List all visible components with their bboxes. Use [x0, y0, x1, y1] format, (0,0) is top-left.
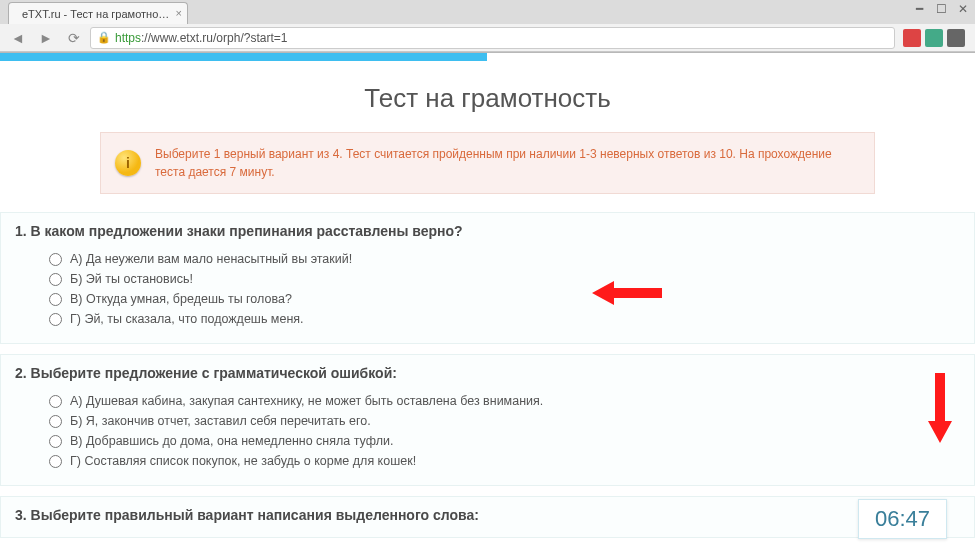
answer-option[interactable]: Г) Эй, ты сказала, что подождешь меня. — [49, 309, 960, 329]
answer-option[interactable]: А) Душевая кабина, закупая сантехнику, н… — [49, 391, 960, 411]
answer-list: А) Да неужели вам мало ненасытный вы эта… — [15, 249, 960, 329]
window-close-icon[interactable]: ✕ — [955, 2, 971, 16]
answer-option[interactable]: Б) Эй ты остановись! — [49, 269, 960, 289]
answer-text: Г) Эй, ты сказала, что подождешь меня. — [70, 312, 304, 326]
tab-close-icon[interactable]: × — [176, 7, 182, 19]
question-title: 2. Выберите предложение с грамматической… — [15, 365, 960, 381]
progress-bar — [0, 53, 487, 61]
timer: 06:47 — [858, 499, 947, 539]
url-input[interactable]: 🔒 https://www.etxt.ru/orph/?start=1 — [90, 27, 895, 49]
page-title: Тест на грамотность — [0, 83, 975, 114]
radio-input[interactable] — [49, 455, 62, 468]
answer-option[interactable]: В) Добравшись до дома, она немедленно сн… — [49, 431, 960, 451]
extension-icon[interactable] — [903, 29, 921, 47]
question-block: 3. Выберите правильный вариант написания… — [0, 496, 975, 538]
question-block: 1. В каком предложении знаки препинания … — [0, 212, 975, 344]
answer-text: Г) Составляя список покупок, не забудь о… — [70, 454, 416, 468]
answer-list: А) Душевая кабина, закупая сантехнику, н… — [15, 391, 960, 471]
browser-chrome: ━ ☐ ✕ eTXT.ru - Тест на грамотно… × ◄ ► … — [0, 0, 975, 53]
browser-tab[interactable]: eTXT.ru - Тест на грамотно… × — [8, 2, 188, 24]
answer-text: В) Добравшись до дома, она немедленно сн… — [70, 434, 394, 448]
answer-option[interactable]: Г) Составляя список покупок, не забудь о… — [49, 451, 960, 471]
url-protocol: https — [115, 31, 141, 45]
timer-value: 06:47 — [875, 506, 930, 531]
window-minimize-icon[interactable]: ━ — [911, 2, 927, 16]
extension-icon[interactable] — [947, 29, 965, 47]
radio-input[interactable] — [49, 435, 62, 448]
extension-icons — [899, 29, 969, 47]
question-title: 1. В каком предложении знаки препинания … — [15, 223, 960, 239]
page-content: Тест на грамотность i Выберите 1 верный … — [0, 53, 975, 548]
answer-option[interactable]: Б) Я, закончив отчет, заставил себя пере… — [49, 411, 960, 431]
answer-option[interactable]: В) Откуда умная, бредешь ты голова? — [49, 289, 960, 309]
tab-title: eTXT.ru - Тест на грамотно… — [22, 8, 169, 20]
lock-icon: 🔒 — [97, 31, 111, 44]
radio-input[interactable] — [49, 253, 62, 266]
answer-text: Б) Я, закончив отчет, заставил себя пере… — [70, 414, 371, 428]
question-title: 3. Выберите правильный вариант написания… — [15, 507, 960, 523]
radio-input[interactable] — [49, 273, 62, 286]
alert-box: i Выберите 1 верный вариант из 4. Тест с… — [100, 132, 875, 194]
answer-text: А) Да неужели вам мало ненасытный вы эта… — [70, 252, 352, 266]
window-controls: ━ ☐ ✕ — [911, 2, 971, 16]
address-bar: ◄ ► ⟳ 🔒 https://www.etxt.ru/orph/?start=… — [0, 24, 975, 52]
radio-input[interactable] — [49, 415, 62, 428]
radio-input[interactable] — [49, 395, 62, 408]
answer-text: А) Душевая кабина, закупая сантехнику, н… — [70, 394, 543, 408]
tab-strip: eTXT.ru - Тест на грамотно… × — [0, 0, 975, 24]
radio-input[interactable] — [49, 293, 62, 306]
answer-option[interactable]: А) Да неужели вам мало ненасытный вы эта… — [49, 249, 960, 269]
answer-text: В) Откуда умная, бредешь ты голова? — [70, 292, 292, 306]
radio-input[interactable] — [49, 313, 62, 326]
reload-button[interactable]: ⟳ — [62, 27, 86, 49]
info-icon: i — [115, 150, 141, 176]
alert-text: Выберите 1 верный вариант из 4. Тест счи… — [155, 147, 832, 179]
back-button[interactable]: ◄ — [6, 27, 30, 49]
url-path: ://www.etxt.ru/orph/?start=1 — [141, 31, 287, 45]
window-maximize-icon[interactable]: ☐ — [933, 2, 949, 16]
forward-button[interactable]: ► — [34, 27, 58, 49]
answer-text: Б) Эй ты остановись! — [70, 272, 193, 286]
question-block: 2. Выберите предложение с грамматической… — [0, 354, 975, 486]
extension-icon[interactable] — [925, 29, 943, 47]
